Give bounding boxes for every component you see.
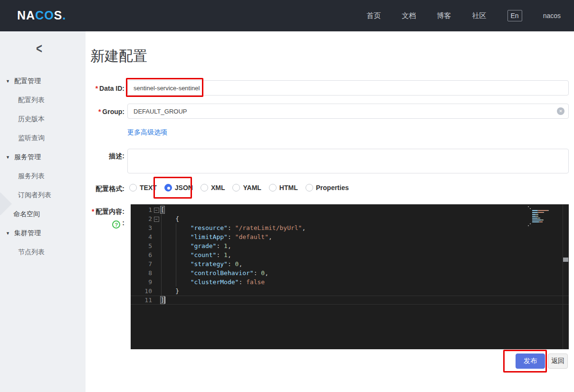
sidebar-item-label: 服务管理 [14, 153, 41, 161]
fold-collapse-icon[interactable]: − [152, 205, 161, 214]
clear-input-icon[interactable]: ✕ [557, 107, 564, 115]
sidebar-item-监听查询[interactable]: 监听查询 [0, 128, 86, 147]
required-asterisk: * [92, 208, 94, 215]
line-number: 5 [131, 241, 152, 250]
sidebar-item-配置管理[interactable]: ▼配置管理 [0, 71, 86, 90]
group-input[interactable] [127, 104, 569, 119]
nav-home[interactable]: 首页 [367, 11, 381, 20]
fold-column [152, 268, 161, 277]
sidebar-item-订阅者列表[interactable]: 订阅者列表 [0, 185, 86, 204]
code-text: "clusterMode": false [161, 277, 265, 287]
group-label: *Group: [86, 108, 124, 115]
fold-column [152, 250, 161, 259]
sidebar-item-label: 服务列表 [18, 172, 45, 180]
radio-circle-icon [164, 184, 172, 191]
required-asterisk: * [96, 85, 98, 92]
code-text: { [161, 214, 179, 223]
help-question-icon[interactable]: ? [112, 220, 120, 229]
content-label: *配置内容: [86, 208, 124, 216]
format-radio-json[interactable]: JSON [164, 184, 193, 191]
line-number: 4 [131, 232, 152, 241]
editor-line-8: 8 "controlBehavior": 0, [131, 268, 569, 277]
logo-dot: . [62, 9, 66, 22]
format-radio-text[interactable]: TEXT [129, 184, 157, 191]
format-radio-yaml[interactable]: YAML [232, 184, 261, 191]
format-radio-group: TEXTJSONXMLYAMLHTMLProperties [129, 184, 349, 191]
code-text: "grade": 1, [161, 241, 231, 250]
nav-docs[interactable]: 文档 [402, 11, 416, 20]
description-textarea[interactable] [127, 149, 569, 173]
editor-scrollbar-thumb[interactable] [563, 258, 568, 262]
code-text: [ [161, 205, 164, 214]
config-content-editor[interactable]: 1−[2− {3 "resource": "/rateLimit/byUrl",… [131, 204, 569, 349]
advanced-options-link[interactable]: 更多高级选项 [127, 128, 167, 137]
editor-line-2: 2− { [131, 214, 569, 223]
group-expand-icon: ▼ [6, 72, 10, 91]
line-number: 3 [131, 223, 152, 232]
nav-community[interactable]: 社区 [472, 11, 487, 20]
page-title: 新建配置 [90, 47, 147, 66]
username-menu[interactable]: nacos [543, 12, 561, 19]
radio-circle-icon [201, 184, 208, 191]
line-number: 11 [131, 296, 152, 305]
editor-scrollbar[interactable] [563, 204, 569, 349]
left-sidebar: < ▼配置管理配置列表历史版本监听查询▼服务管理服务列表订阅者列表命名空间▼集群… [0, 31, 86, 392]
sidebar-item-集群管理[interactable]: ▼集群管理 [0, 223, 86, 242]
line-number: 1 [131, 205, 152, 214]
nacos-logo[interactable]: NACOS. [17, 9, 66, 22]
radio-label: JSON [175, 184, 193, 191]
sidebar-item-label: 订阅者列表 [18, 191, 51, 199]
sidebar-item-label: 配置列表 [18, 96, 45, 104]
radio-circle-icon [232, 184, 240, 191]
sidebar-item-服务列表[interactable]: 服务列表 [0, 166, 86, 185]
sidebar-item-历史版本[interactable]: 历史版本 [0, 109, 86, 128]
code-text: "controlBehavior": 0, [161, 268, 268, 277]
fold-minus-icon: − [154, 217, 159, 222]
header-nav: 首页 文档 博客 社区 En nacos [367, 0, 561, 31]
sidebar-item-命名空间[interactable]: 命名空间 [0, 204, 86, 223]
logo-text-na: NA [17, 9, 35, 22]
fold-column [152, 277, 161, 287]
required-asterisk: * [98, 108, 101, 115]
format-radio-properties[interactable]: Properties [306, 184, 349, 191]
data-id-label: *Data ID: [86, 85, 124, 92]
sidebar-item-服务管理[interactable]: ▼服务管理 [0, 147, 86, 166]
line-number: 6 [131, 250, 152, 259]
group-expand-icon: ▼ [6, 224, 10, 243]
editor-line-5: 5 "grade": 1, [131, 241, 569, 250]
group-expand-icon: ▼ [6, 148, 10, 167]
editor-line-1: 1−[ [131, 205, 569, 214]
radio-label: YAML [243, 184, 261, 191]
language-toggle-button[interactable]: En [507, 10, 522, 21]
sidebar-item-配置列表[interactable]: 配置列表 [0, 90, 86, 109]
publish-button[interactable]: 发布 [516, 354, 545, 369]
fold-column [152, 287, 161, 296]
sidebar-item-label: 集群管理 [14, 229, 41, 237]
sidebar-item-label: 监听查询 [18, 134, 45, 142]
logo-text-s: S [54, 9, 63, 22]
back-button[interactable]: 返回 [548, 354, 568, 369]
nav-blog[interactable]: 博客 [437, 11, 451, 20]
content-help-row: ?: [86, 219, 124, 229]
description-label: 描述: [86, 152, 124, 161]
editor-minimap [528, 206, 557, 227]
fold-collapse-icon[interactable]: − [152, 214, 161, 223]
code-text: ] [161, 296, 165, 305]
format-radio-html[interactable]: HTML [269, 184, 298, 191]
format-label: 配置格式: [86, 185, 124, 193]
text-cursor [164, 296, 165, 304]
format-radio-xml[interactable]: XML [201, 184, 225, 191]
sidebar-menu: ▼配置管理配置列表历史版本监听查询▼服务管理服务列表订阅者列表命名空间▼集群管理… [0, 71, 86, 261]
sidebar-item-节点列表[interactable]: 节点列表 [0, 242, 86, 261]
data-id-input[interactable] [127, 80, 569, 96]
code-text: } [161, 287, 179, 296]
editor-line-3: 3 "resource": "/rateLimit/byUrl", [131, 223, 569, 232]
line-number: 7 [131, 259, 152, 268]
sidebar-collapse-icon[interactable]: < [36, 41, 42, 57]
code-text: "strategy": 0, [161, 259, 242, 268]
top-header-bar: NACOS. 首页 文档 博客 社区 En nacos [0, 0, 574, 31]
code-text: "count": 1, [161, 250, 231, 259]
radio-label: XML [211, 184, 225, 191]
group-input-wrap: ✕ [127, 104, 569, 119]
sidebar-item-label: 命名空间 [13, 210, 40, 218]
